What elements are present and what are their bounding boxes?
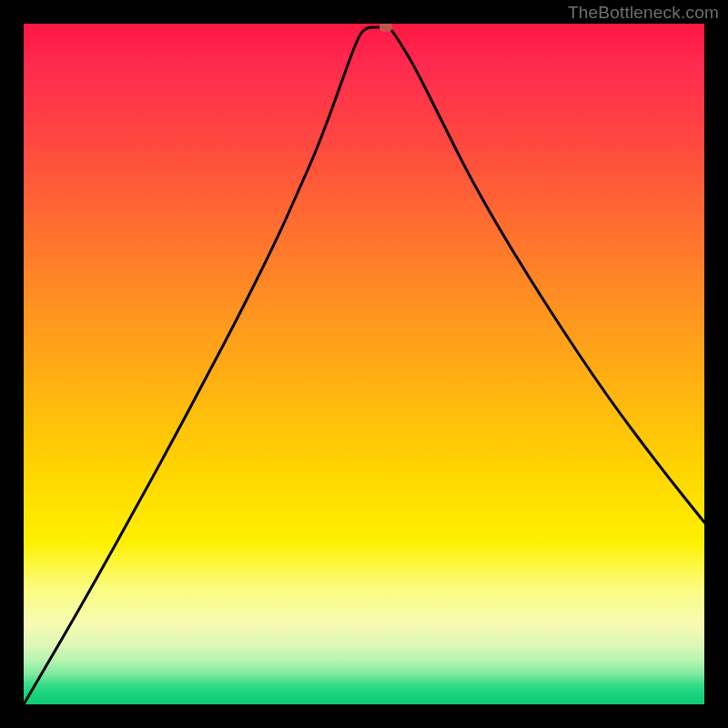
plot-area <box>24 24 704 704</box>
curve-svg <box>24 24 704 704</box>
watermark-label: TheBottleneck.com <box>568 3 719 23</box>
bottleneck-curve <box>24 27 704 704</box>
optimum-marker <box>379 24 392 32</box>
chart-frame: TheBottleneck.com <box>0 0 728 728</box>
